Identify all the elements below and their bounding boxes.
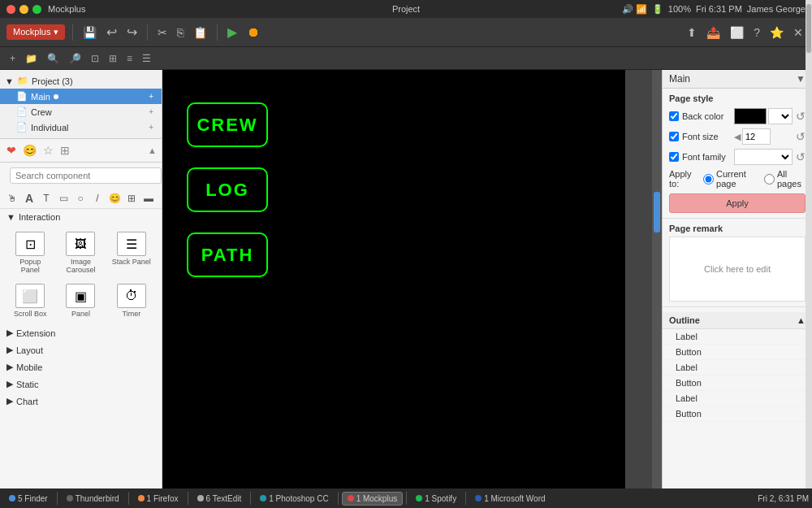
taskbar-mockplus[interactable]: 1 Mockplus	[342, 492, 404, 506]
section-interaction[interactable]: ▼ Interaction	[0, 209, 162, 225]
zoom-in-button[interactable]: 🔍	[44, 51, 63, 66]
tab-emoji[interactable]: 😊	[21, 142, 38, 158]
star-button[interactable]: ⭐	[767, 24, 786, 41]
section-extension[interactable]: ▶ Extension	[0, 324, 162, 341]
tool-rect[interactable]: ▭	[56, 191, 71, 206]
panel-collapse[interactable]: ▲	[148, 145, 157, 155]
all-pages-radio[interactable]	[764, 174, 775, 185]
back-color-reset[interactable]: ↺	[796, 110, 806, 123]
font-family-checkbox[interactable]	[669, 152, 679, 162]
outline-item-label-3[interactable]: Label	[663, 391, 812, 406]
tab-grid[interactable]: ⊞	[58, 142, 71, 158]
add-page-button[interactable]: +	[6, 51, 19, 66]
undo-button[interactable]: ↩	[104, 22, 119, 42]
tree-item-crew[interactable]: 📄 Crew +	[0, 104, 162, 119]
all-pages-option[interactable]: All pages	[764, 169, 806, 189]
comp-panel[interactable]: ▣ Panel	[57, 280, 104, 321]
tool-line[interactable]: /	[90, 191, 105, 206]
redo-button[interactable]: ↪	[124, 22, 140, 42]
help-button[interactable]: ?	[751, 24, 762, 41]
taskbar-firefox[interactable]: 1 Firefox	[132, 492, 184, 506]
taskbar-photoshop[interactable]: 1 Photoshop CC	[254, 492, 334, 506]
remark-area[interactable]: Click here to edit	[669, 237, 806, 302]
comp-stack-panel[interactable]: ☰ Stack Panel	[108, 228, 155, 277]
canvas-path-button[interactable]: PATH	[187, 232, 268, 277]
current-page-option[interactable]: Current page	[703, 169, 758, 189]
section-chart[interactable]: ▶ Chart	[0, 393, 162, 410]
apply-button[interactable]: Apply	[669, 193, 806, 213]
taskbar-thunderbird[interactable]: Thunderbird	[61, 492, 125, 506]
tool-text-a[interactable]: A	[22, 191, 37, 206]
folder-button[interactable]: 📁	[22, 51, 41, 66]
tool-circle[interactable]: ○	[73, 191, 88, 206]
right-panel-expand[interactable]: ▼	[796, 73, 806, 85]
tool-emoji[interactable]: 😊	[107, 191, 122, 206]
back-color-select[interactable]	[768, 108, 793, 124]
comp-popup-panel[interactable]: ⊡ Popup Panel	[6, 228, 54, 277]
outline-header[interactable]: Outline ▲	[663, 312, 812, 329]
grid-button[interactable]: ⊞	[106, 51, 120, 66]
tab-star[interactable]: ☆	[41, 142, 55, 158]
back-color-swatch[interactable]	[734, 108, 767, 124]
font-size-input[interactable]	[742, 128, 771, 145]
record-button[interactable]: ⏺	[244, 23, 262, 42]
font-family-reset[interactable]: ↺	[796, 150, 806, 163]
taskbar-finder[interactable]: 5 Finder	[3, 492, 54, 506]
taskbar-word[interactable]: 1 Microsoft Word	[469, 492, 551, 506]
play-button[interactable]: ▶	[225, 22, 240, 42]
section-mobile[interactable]: ▶ Mobile	[0, 358, 162, 376]
outline-item-label-1[interactable]: Label	[663, 329, 812, 345]
search-input[interactable]	[10, 167, 162, 184]
mockplus-menu-button[interactable]: Mockplus ▾	[6, 24, 65, 40]
paste-button[interactable]: 📋	[191, 24, 209, 41]
cut-button[interactable]: ✂	[155, 24, 170, 41]
canvas-crew-button[interactable]: CREW	[187, 102, 268, 147]
tree-item-plus[interactable]: +	[149, 107, 153, 116]
tab-components[interactable]: ❤	[5, 142, 18, 158]
zoom-fit-button[interactable]: ⊡	[88, 51, 102, 66]
section-layout[interactable]: ▶ Layout	[0, 341, 162, 358]
font-size-reset[interactable]: ↺	[796, 130, 806, 143]
canvas-log-button[interactable]: LOG	[187, 167, 268, 212]
section-static[interactable]: ▶ Static	[0, 376, 162, 393]
font-family-select[interactable]	[734, 149, 793, 165]
canvas-area[interactable]: CREW LOG PATH	[162, 70, 662, 488]
canvas-scrollbar-v[interactable]	[652, 70, 662, 488]
close-button[interactable]	[6, 5, 15, 14]
comp-scroll-box[interactable]: ⬜ Scroll Box	[6, 280, 54, 321]
list-button[interactable]: ☰	[139, 51, 154, 66]
minimize-button[interactable]	[19, 5, 28, 14]
current-page-radio[interactable]	[703, 174, 714, 185]
tool-grid[interactable]: ⊞	[124, 191, 139, 206]
font-size-dec[interactable]: ◀	[734, 132, 741, 142]
save-button[interactable]: 💾	[80, 24, 99, 41]
tool-icon[interactable]: 🖱	[5, 191, 19, 206]
font-size-checkbox[interactable]	[669, 132, 679, 141]
section-title: Extension	[16, 328, 55, 338]
tree-item-main[interactable]: 📄 Main +	[0, 89, 162, 104]
outline-item-button-3[interactable]: Button	[663, 406, 812, 422]
zoom-out-button[interactable]: 🔎	[66, 51, 84, 66]
share-button[interactable]: ⬆	[685, 24, 699, 41]
tree-item-plus[interactable]: +	[149, 92, 153, 101]
taskbar-textedit[interactable]: 6 TextEdit	[192, 492, 248, 506]
copy-button[interactable]: ⎘	[175, 24, 186, 41]
tree-item-plus[interactable]: +	[149, 123, 153, 132]
comp-image-carousel[interactable]: 🖼 Image Carousel	[57, 228, 104, 277]
align-button[interactable]: ≡	[123, 51, 136, 66]
tool-input[interactable]: ▬	[141, 191, 156, 206]
maximize-button[interactable]	[32, 5, 41, 14]
close-app-button[interactable]: ✕	[791, 24, 806, 41]
outline-item-button-2[interactable]: Button	[663, 376, 812, 391]
upload-button[interactable]: 📤	[704, 24, 723, 41]
outline-item-label-2[interactable]: Label	[663, 360, 812, 376]
comp-timer[interactable]: ⏱ Timer	[108, 280, 155, 321]
taskbar-spotify[interactable]: 1 Spotify	[410, 492, 462, 506]
toolbar-separator-2	[147, 24, 148, 41]
right-panel-scrollbar[interactable]	[806, 70, 812, 488]
tool-text-t[interactable]: T	[39, 191, 54, 206]
window-button[interactable]: ⬜	[728, 24, 746, 41]
tree-item-individual[interactable]: 📄 Individual +	[0, 119, 162, 135]
back-color-checkbox[interactable]	[669, 111, 679, 121]
outline-item-button-1[interactable]: Button	[663, 345, 812, 360]
